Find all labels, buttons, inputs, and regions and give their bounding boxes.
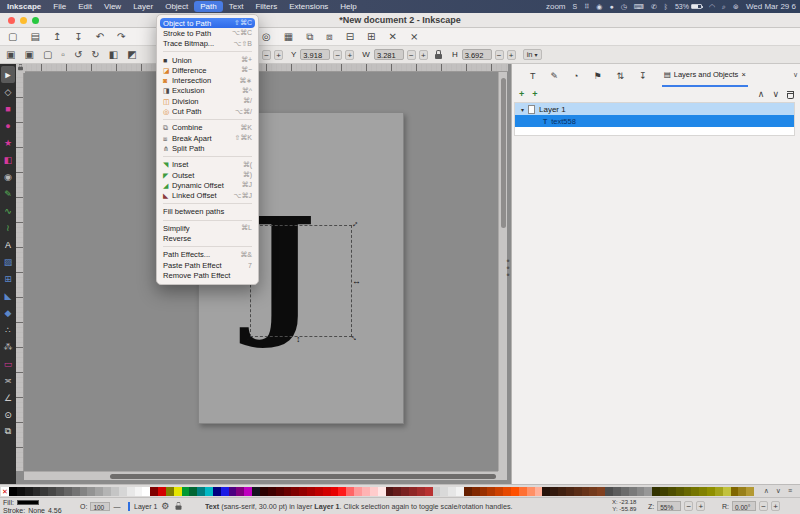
palette-swatch[interactable] bbox=[652, 487, 660, 496]
palette-swatch[interactable] bbox=[644, 487, 652, 496]
calligraphy-tool[interactable]: ≀ bbox=[1, 219, 15, 236]
palette-swatch[interactable] bbox=[111, 487, 119, 496]
layer-row[interactable]: ▾ Layer 1 bbox=[515, 103, 794, 115]
scale-handle-e[interactable]: ↔ bbox=[352, 277, 361, 286]
palette-menu-icon[interactable]: ≡ bbox=[788, 487, 792, 495]
palette-swatch[interactable] bbox=[80, 487, 88, 496]
close-icon[interactable]: × bbox=[741, 70, 745, 79]
palette-swatch[interactable] bbox=[417, 487, 425, 496]
palette-swatch[interactable] bbox=[393, 487, 401, 496]
palette-swatch[interactable] bbox=[229, 487, 237, 496]
palette-swatch[interactable] bbox=[519, 487, 527, 496]
export-dialog-icon[interactable]: ↧ bbox=[639, 71, 647, 81]
palette-swatch[interactable] bbox=[291, 487, 299, 496]
palette-swatch[interactable] bbox=[550, 487, 558, 496]
select-all-icon[interactable]: ▣ bbox=[6, 50, 15, 60]
menu-item[interactable]: Fill between paths bbox=[157, 207, 258, 217]
box3d-tool[interactable]: ◧ bbox=[1, 151, 15, 168]
palette-swatch[interactable] bbox=[487, 487, 495, 496]
recording-icon[interactable]: ◉ bbox=[596, 3, 602, 11]
fill-swatch[interactable] bbox=[17, 500, 39, 505]
palette-swatch[interactable] bbox=[386, 487, 394, 496]
width-field[interactable]: 3.281 bbox=[374, 49, 404, 60]
palette-swatch[interactable] bbox=[127, 487, 135, 496]
palette-swatch[interactable] bbox=[527, 487, 535, 496]
palette-swatch[interactable] bbox=[150, 487, 158, 496]
menu-item[interactable]: ◤ Outset ⌘) bbox=[157, 170, 258, 180]
pencil-tool[interactable]: ✎ bbox=[1, 185, 15, 202]
zoom-drawing-icon[interactable]: ◎ bbox=[262, 32, 271, 42]
duplicate-icon[interactable]: ⧉ bbox=[306, 32, 313, 42]
gear-icon[interactable]: ⚙ bbox=[161, 501, 169, 511]
group-icon[interactable]: ⊞ bbox=[367, 32, 375, 42]
units-dropdown[interactable]: in ▾ bbox=[523, 49, 542, 60]
palette-swatch[interactable] bbox=[699, 487, 707, 496]
zoom-app-label[interactable]: zoom bbox=[546, 2, 566, 11]
palette-swatch[interactable] bbox=[378, 487, 386, 496]
palette-swatch[interactable] bbox=[629, 487, 637, 496]
x-minus-button[interactable]: − bbox=[262, 50, 271, 60]
vertical-scrollbar-thumb[interactable] bbox=[501, 78, 506, 228]
select-all-layers-icon[interactable]: ▣ bbox=[24, 50, 33, 60]
menu-item[interactable]: Paste Path Effect 7 bbox=[157, 260, 258, 270]
undo-icon[interactable]: ↶ bbox=[96, 32, 104, 42]
transform-dialog-icon[interactable]: ⨯ bbox=[410, 32, 418, 42]
palette-swatch[interactable] bbox=[589, 487, 597, 496]
palette-swatch[interactable] bbox=[574, 487, 582, 496]
y-plus-button[interactable]: + bbox=[345, 50, 354, 60]
palette-swatch[interactable] bbox=[582, 487, 590, 496]
horizontal-scrollbar[interactable] bbox=[24, 471, 498, 480]
palette-swatch[interactable] bbox=[613, 487, 621, 496]
rotation-minus-button[interactable]: − bbox=[759, 501, 768, 511]
palette-swatch[interactable] bbox=[331, 487, 339, 496]
palette-swatch[interactable] bbox=[142, 487, 150, 496]
palette-swatch[interactable] bbox=[40, 487, 48, 496]
spray-tool[interactable]: ⁂ bbox=[1, 338, 15, 355]
star-tool[interactable]: ★ bbox=[1, 134, 15, 151]
palette-swatch[interactable] bbox=[103, 487, 111, 496]
menu-item[interactable]: ◙ Intersection ⌘∗ bbox=[157, 75, 258, 85]
palette-swatch[interactable] bbox=[276, 487, 284, 496]
palette-swatch[interactable] bbox=[174, 487, 182, 496]
menu-item[interactable]: ◢ Dynamic Offset ⌘J bbox=[157, 180, 258, 190]
palette-swatch[interactable] bbox=[338, 487, 346, 496]
palette-swatch[interactable] bbox=[707, 487, 715, 496]
palette-swatch[interactable] bbox=[464, 487, 472, 496]
palette-swatch[interactable] bbox=[723, 487, 731, 496]
layer-lock-icon[interactable] bbox=[176, 505, 182, 509]
palette-swatch[interactable] bbox=[746, 487, 754, 496]
opacity-control[interactable]: O: 100 — bbox=[80, 502, 120, 511]
connector-tool[interactable]: ≍ bbox=[1, 372, 15, 389]
menu[interactable]: Text bbox=[223, 1, 250, 12]
menu[interactable]: File bbox=[47, 1, 72, 12]
menu[interactable]: Help bbox=[334, 1, 362, 12]
menu-item[interactable]: ■ Union ⌘+ bbox=[157, 55, 258, 65]
rotation-field[interactable]: 0.00° bbox=[732, 501, 756, 511]
scale-handle-s[interactable]: ↕ bbox=[296, 335, 301, 344]
palette-swatch[interactable] bbox=[346, 487, 354, 496]
collapse-panel-icon[interactable]: ∨ bbox=[793, 71, 798, 79]
palette-swatch[interactable] bbox=[17, 487, 25, 496]
palette-swatch[interactable] bbox=[87, 487, 95, 496]
palette-swatch[interactable] bbox=[33, 487, 41, 496]
palette-swatch[interactable] bbox=[307, 487, 315, 496]
menu-item[interactable]: ◫ Division ⌘/ bbox=[157, 96, 258, 106]
flip-vertical-icon[interactable]: ◩ bbox=[127, 50, 136, 60]
ruler-corner[interactable] bbox=[16, 64, 25, 73]
palette-swatch[interactable] bbox=[260, 487, 268, 496]
flip-horizontal-icon[interactable]: ◧ bbox=[109, 50, 118, 60]
palette-swatch[interactable] bbox=[558, 487, 566, 496]
meet-icon[interactable]: ● bbox=[609, 3, 613, 10]
x-plus-button[interactable]: + bbox=[274, 50, 283, 60]
keyboard-icon[interactable]: ⌨ bbox=[634, 3, 644, 11]
eraser-tool[interactable]: ▭ bbox=[1, 355, 15, 372]
horizontal-ruler[interactable] bbox=[16, 64, 508, 72]
minimize-window-button[interactable] bbox=[20, 17, 27, 24]
palette-swatch[interactable] bbox=[182, 487, 190, 496]
palette-scroll-up-icon[interactable]: ∧ bbox=[764, 487, 769, 495]
add-layer-button[interactable]: + bbox=[519, 90, 524, 99]
palette-swatch[interactable] bbox=[236, 487, 244, 496]
palette-swatch[interactable] bbox=[495, 487, 503, 496]
zoom-tool[interactable]: ⊙ bbox=[1, 406, 15, 423]
canvas[interactable]: J ↔ ↕ ↔ ↔ ↔ ↔ ↕ ↔ bbox=[24, 72, 498, 471]
